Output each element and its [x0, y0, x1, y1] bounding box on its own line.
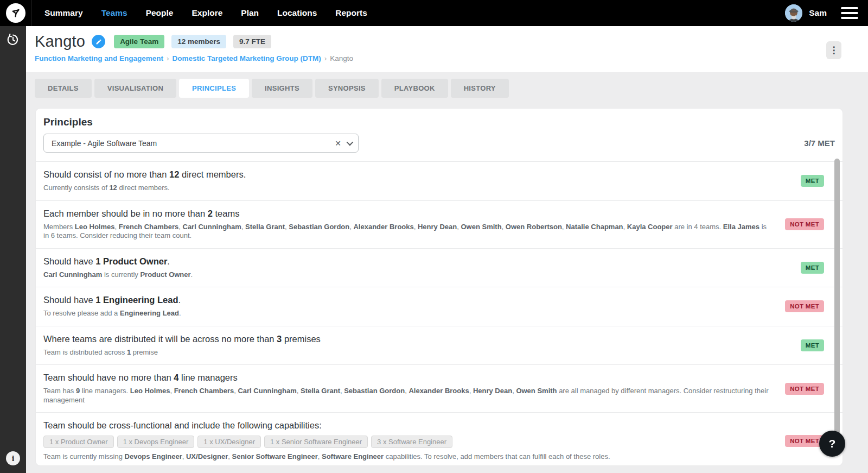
principle-row-7: Team should be cross-functional and incl…: [36, 412, 843, 465]
principle-row-4: Should have 1 Engineering Lead.To resolv…: [36, 287, 843, 326]
status-badge: NOT MET: [785, 435, 824, 447]
principles-heading: Principles: [43, 116, 835, 128]
app-logo-icon: [6, 3, 25, 23]
principle-title: Team should have no more than 4 line man…: [43, 371, 772, 384]
tab-playbook[interactable]: PLAYBOOK: [381, 79, 448, 98]
tab-details[interactable]: DETAILS: [35, 79, 92, 98]
tab-principles[interactable]: PRINCIPLES: [179, 79, 249, 98]
principle-row-2: Each member should be in no more than 2 …: [36, 200, 843, 248]
principle-title: Where teams are distributed it will be a…: [43, 333, 772, 345]
edit-team-button[interactable]: [92, 35, 105, 48]
status-badge: MET: [801, 339, 824, 351]
principle-row-6: Team should have no more than 4 line man…: [36, 364, 843, 412]
status-badge: MET: [801, 262, 824, 274]
principle-title: Should consist of no more than 12 direct…: [43, 168, 772, 181]
principle-title: Each member should be in no more than 2 …: [43, 207, 772, 220]
nav-item-locations[interactable]: Locations: [277, 8, 317, 18]
tab-insights[interactable]: INSIGHTS: [252, 79, 312, 98]
capability-chip-1-x-devops-engineer: 1 x Devops Engineer: [117, 436, 195, 448]
principle-row-5: Where teams are distributed it will be a…: [36, 326, 843, 365]
tab-synopsis[interactable]: SYNOPSIS: [315, 79, 379, 98]
breadcrumb-separator: ›: [167, 54, 169, 62]
breadcrumb-separator: ›: [324, 54, 327, 62]
capability-chip-3-x-software-engineer: 3 x Software Engineer: [371, 436, 452, 448]
breadcrumb-item-domestic-targeted-marketing-group-dtm[interactable]: Domestic Targeted Marketing Group (DTM): [173, 54, 321, 62]
scrollbar-thumb[interactable]: [834, 159, 840, 445]
capability-chips: 1 x Product Owner1 x Devops Engineer1 x …: [43, 436, 772, 448]
principle-detail: Carl Cunningham is currently Product Own…: [43, 270, 772, 280]
principle-set-value: Example - Agile Software Team: [52, 139, 329, 148]
nav-right: Sam: [785, 4, 868, 22]
principle-title: Should have 1 Engineering Lead.: [43, 294, 772, 306]
principle-title: Should have 1 Product Owner.: [43, 255, 772, 268]
app-logo[interactable]: [0, 0, 31, 26]
breadcrumb-item-function-marketing-and-engagement[interactable]: Function Marketing and Engagement: [35, 54, 163, 62]
team-badge-agile-team: Agile Team: [114, 35, 164, 48]
status-badge: NOT MET: [785, 218, 824, 230]
principle-row-3: Should have 1 Product Owner.Carl Cunning…: [36, 248, 843, 287]
principle-detail: Currently consists of 12 direct members.: [43, 184, 772, 193]
status-badge: NOT MET: [785, 383, 824, 395]
user-avatar[interactable]: [785, 4, 802, 22]
met-summary: 3/7 MET: [804, 138, 835, 148]
nav-item-reports[interactable]: Reports: [335, 8, 367, 18]
status-badge: NOT MET: [785, 300, 824, 312]
left-rail: i: [0, 26, 26, 473]
principle-title: Team should be cross-functional and incl…: [43, 419, 772, 432]
team-badge-9-7-fte: 9.7 FTE: [233, 35, 271, 48]
username: Sam: [809, 8, 827, 18]
principle-detail: To resolve please add a Engineering Lead…: [43, 309, 772, 318]
clear-selection-icon[interactable]: ✕: [329, 139, 347, 148]
page-title: Kangto: [35, 33, 85, 51]
kebab-menu-button[interactable]: ⋮: [826, 41, 841, 59]
nav-item-people[interactable]: People: [146, 8, 174, 18]
chevron-down-icon[interactable]: [347, 139, 354, 146]
nav-item-summary[interactable]: Summary: [44, 8, 83, 18]
nav-item-teams[interactable]: Teams: [101, 8, 127, 18]
status-badge: MET: [801, 175, 824, 187]
principle-row-1: Should consist of no more than 12 direct…: [36, 161, 843, 200]
history-icon[interactable]: [6, 33, 20, 49]
capability-chip-1-x-ux-designer: 1 x UX/Designer: [197, 436, 261, 448]
principle-detail: Team is distributed across 1 premise: [43, 348, 772, 357]
nav-menu: SummaryTeamsPeopleExplorePlanLocationsRe…: [44, 8, 367, 18]
capability-chip-1-x-senior-software-engineer: 1 x Senior Software Engineer: [264, 436, 368, 448]
help-button[interactable]: ?: [819, 431, 845, 457]
principles-list: Should consist of no more than 12 direct…: [36, 161, 843, 465]
principles-panel: Principles Example - Agile Software Team…: [36, 109, 843, 465]
info-icon[interactable]: i: [6, 451, 20, 465]
hamburger-menu-icon[interactable]: [841, 7, 858, 19]
team-badge-12-members: 12 members: [171, 35, 226, 48]
nav-item-explore[interactable]: Explore: [192, 8, 222, 18]
principle-detail: Members Leo Holmes, French Chambers, Car…: [43, 223, 772, 241]
principle-set-select[interactable]: Example - Agile Software Team ✕: [43, 134, 359, 153]
principle-detail: Team is currently missing Devops Enginee…: [43, 452, 772, 462]
top-nav: SummaryTeamsPeopleExplorePlanLocationsRe…: [0, 0, 868, 26]
header-badges: Agile Team12 members9.7 FTE: [114, 35, 271, 48]
tab-history[interactable]: HISTORY: [451, 79, 509, 98]
nav-item-plan[interactable]: Plan: [241, 8, 259, 18]
tabs-strip: DETAILSVISUALISATIONPRINCIPLESINSIGHTSSY…: [26, 72, 868, 104]
principle-detail: Team has 9 line managers. Leo Holmes, Fr…: [43, 387, 772, 405]
breadcrumb-item-kangto: Kangto: [330, 54, 353, 62]
capability-chip-1-x-product-owner: 1 x Product Owner: [43, 436, 114, 448]
breadcrumb: Function Marketing and Engagement›Domest…: [35, 54, 858, 62]
page-header: Kangto Agile Team12 members9.7 FTE Funct…: [26, 26, 868, 72]
tab-visualisation[interactable]: VISUALISATION: [94, 79, 176, 98]
main-area: Kangto Agile Team12 members9.7 FTE Funct…: [26, 26, 868, 473]
